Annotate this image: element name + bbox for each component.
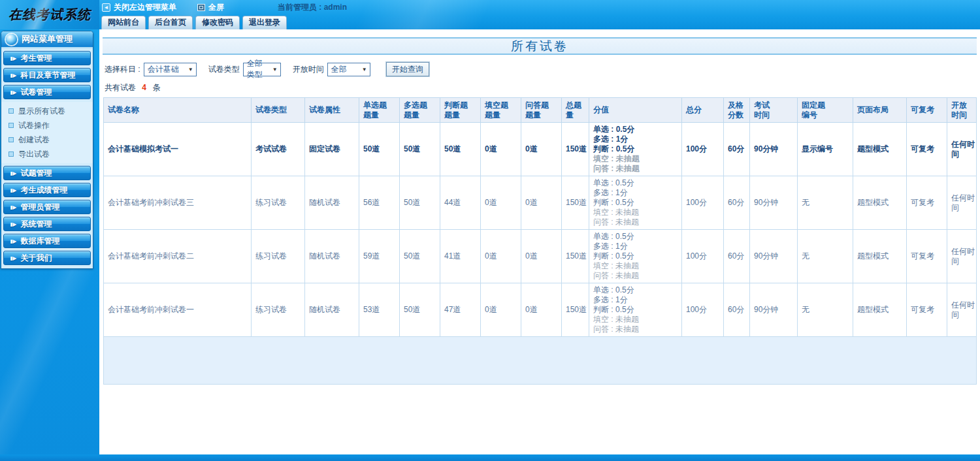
cell-judge-count: 50道 [440,123,481,176]
cell-total-count: 150道 [562,283,589,337]
cell-paper-attr: 随机试卷 [305,283,359,337]
tab-admin-home[interactable]: 后台首页 [148,16,193,29]
sidebar-group-label: 试卷管理 [21,87,52,98]
cell-single-choice-count: 50道 [359,123,400,176]
cell-paper-type: 考试试卷 [252,123,305,176]
close-left-menu-button[interactable]: ◄ 关闭左边管理菜单 [102,2,176,13]
sidebar-item-export-paper[interactable]: 导出试卷 [1,147,93,161]
score-line: 填空 : 未抽题 [593,261,680,271]
sidebar-item-paper-operation[interactable]: 试卷操作 [1,118,93,133]
chevron-down-icon: ▼ [188,67,193,72]
cell-page-layout: 题型模式 [853,176,907,230]
col-header-paper-type: 试卷类型 [252,98,305,123]
chevron-down-icon: ▼ [272,67,278,72]
cell-multi-choice-count: 50道 [400,230,440,283]
sidebar-group-label: 科目及章节管理 [21,70,76,81]
cell-fill-blank-count: 0道 [481,230,521,283]
sidebar-group-database-mgmt[interactable]: ▮▶数据库管理 [3,234,91,248]
sidebar-group-label: 考生成绩管理 [21,185,68,196]
footer-strip [0,454,980,461]
sidebar-group-examinee-mgmt[interactable]: ▮▶考生管理 [3,51,91,65]
cell-judge-count: 41道 [440,230,481,283]
score-line: 多选 : 1分 [593,295,680,305]
search-button[interactable]: 开始查询 [386,62,429,76]
score-line: 问答 : 未抽题 [593,325,680,334]
col-header-judge-count: 判断题 题量 [440,98,481,123]
score-line: 多选 : 1分 [593,135,680,144]
cell-fixed-question-number: 无 [798,230,853,283]
subject-select[interactable]: 会计基础 ▼ [144,63,197,76]
subject-select-value: 会计基础 [148,64,179,75]
summary-count: 4 [142,83,146,92]
cell-fixed-question-number: 显示编号 [798,123,853,176]
col-header-retake: 可复考 [907,98,947,123]
table-row: 会计基础考前冲刺试卷一练习试卷随机试卷53道50道47道0道0道150道单选 :… [104,283,977,337]
expand-icon: ▮▶ [10,221,16,227]
col-header-fill-blank-count: 填空题 题量 [481,98,521,123]
cell-fill-blank-count: 0道 [481,176,521,230]
filter-bar: 选择科目 : 会计基础 ▼ 试卷类型 全部类型 ▼ 开放时间 全部 ▼ 开始查询 [105,62,977,76]
cell-pass-score: 60分 [724,230,750,283]
tab-change-password[interactable]: 修改密码 [195,16,240,29]
cell-pass-score: 60分 [724,283,750,337]
cell-total-count: 150道 [562,176,589,230]
cell-single-choice-count: 56道 [359,176,400,230]
open-time-select[interactable]: 全部 ▼ [327,63,370,76]
cell-judge-count: 44道 [440,176,481,230]
page-title: 所有试卷 [103,37,977,55]
cell-exam-duration: 90分钟 [750,230,798,283]
sidebar-group-about-us[interactable]: ▮▶关于我们 [3,251,91,265]
sidebar-item-create-paper[interactable]: 创建试卷 [1,133,93,147]
cell-paper-attr: 随机试卷 [305,176,359,230]
cell-multi-choice-count: 50道 [400,123,440,176]
expand-icon: ▮▶ [10,56,16,61]
col-header-multi-choice-count: 多选题 题量 [400,98,440,123]
col-header-single-choice-count: 单选题 题量 [359,98,400,123]
sidebar-group-question-mgmt[interactable]: ▮▶试题管理 [3,166,91,180]
sidebar-group-subject-chapter-mgmt[interactable]: ▮▶科目及章节管理 [3,68,91,82]
summary-suffix: 条 [152,83,160,92]
score-line: 填空 : 未抽题 [593,208,680,217]
sidebar-group-score-mgmt[interactable]: ▮▶考生成绩管理 [3,183,91,197]
cell-fill-blank-count: 0道 [481,123,521,176]
sidebar-group-system-mgmt[interactable]: ▮▶系统管理 [3,217,91,231]
fullscreen-button[interactable]: 全屏 [197,2,224,13]
cell-paper-attr: 固定试卷 [305,123,359,176]
tab-logout[interactable]: 退出登录 [242,16,287,29]
sidebar-group-label: 系统管理 [21,219,52,230]
sidebar-item-show-all-papers[interactable]: 显示所有试卷 [1,104,93,118]
tab-site-front[interactable]: 网站前台 [101,16,146,29]
sidebar-item-label: 创建试卷 [18,135,50,146]
cell-pass-score: 60分 [724,176,750,230]
expand-icon: ▮▶ [10,238,16,244]
page: 在线考试系统 ◄ 关闭左边管理菜单 全屏 当前管理员 : admin 网站前台后… [0,0,980,461]
cell-total-count: 150道 [562,123,589,176]
tab-bar: 网站前台后台首页修改密码退出登录 [99,14,980,29]
cell-score-per-type: 单选 : 0.5分多选 : 1分判断 : 0.5分填空 : 未抽题问答 : 未抽… [589,283,682,337]
cell-score-per-type: 单选 : 0.5分多选 : 1分判断 : 0.5分填空 : 未抽题问答 : 未抽… [589,176,682,230]
expand-icon: ▮▶ [10,170,16,176]
bullet-icon [8,123,14,128]
main-body: 网站菜单管理 ▮▶考生管理▮▶科目及章节管理▮▶试卷管理显示所有试卷试卷操作创建… [0,29,980,454]
cell-fixed-question-number: 无 [798,176,853,230]
top-strip: ◄ 关闭左边管理菜单 全屏 当前管理员 : admin [99,0,980,14]
expand-icon: ▮▶ [10,187,16,193]
score-line: 填空 : 未抽题 [593,154,680,164]
score-line: 问答 : 未抽题 [593,271,680,281]
score-line: 判断 : 0.5分 [593,198,680,208]
sidebar-group-paper-mgmt[interactable]: ▮▶试卷管理 [3,85,91,99]
bullet-icon [8,151,14,157]
papers-table: 试卷名称试卷类型试卷属性单选题 题量多选题 题量判断题 题量填空题 题量问答题 … [103,97,977,385]
score-line: 问答 : 未抽题 [593,164,680,174]
cell-score-per-type: 单选 : 0.5分多选 : 1分判断 : 0.5分填空 : 未抽题问答 : 未抽… [589,123,682,176]
cell-retake: 可复考 [907,123,947,176]
cell-qa-count: 0道 [521,123,562,176]
open-time-select-value: 全部 [331,64,347,75]
col-header-fixed-question-number: 固定题 编号 [798,98,853,123]
type-filter-label: 试卷类型 [208,64,240,75]
paper-type-select[interactable]: 全部类型 ▼ [243,63,281,76]
sidebar-group-label: 管理员管理 [21,202,60,213]
sidebar-group-admin-mgmt[interactable]: ▮▶管理员管理 [3,200,91,214]
sidebar-group-label: 试题管理 [21,168,52,179]
sidebar-item-label: 显示所有试卷 [18,106,65,117]
